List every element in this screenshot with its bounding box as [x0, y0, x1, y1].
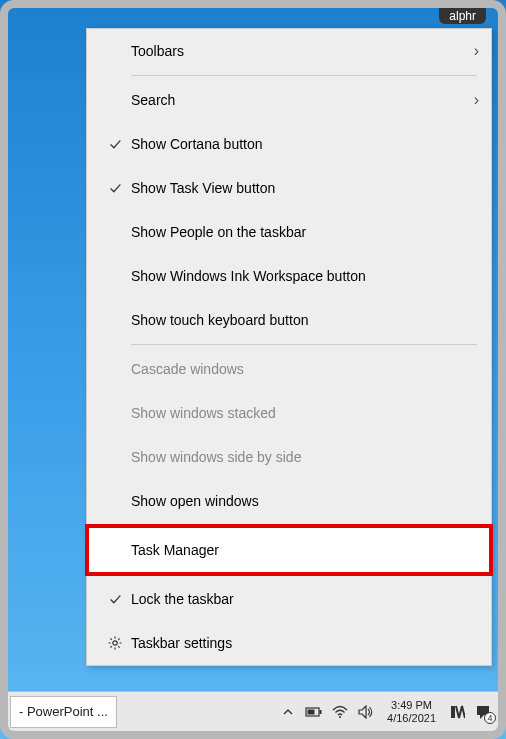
clock-date: 4/16/2021: [387, 712, 436, 725]
clock-time: 3:49 PM: [387, 699, 436, 712]
check-icon: [99, 138, 131, 151]
menu-side-by-side: Show windows side by side: [87, 435, 491, 479]
watermark: alphr: [439, 8, 486, 24]
menu-toolbars[interactable]: Toolbars ›: [87, 29, 491, 73]
menu-search[interactable]: Search ›: [87, 78, 491, 122]
menu-show-people[interactable]: Show People on the taskbar: [87, 210, 491, 254]
chevron-right-icon: ›: [459, 42, 479, 60]
taskbar-context-menu: Toolbars › Search › Show Cortana button …: [86, 28, 492, 666]
menu-label: Show Windows Ink Workspace button: [131, 268, 479, 284]
menu-label: Toolbars: [131, 43, 459, 59]
menu-show-task-view[interactable]: Show Task View button: [87, 166, 491, 210]
separator: [131, 574, 477, 575]
menu-label: Show open windows: [131, 493, 479, 509]
menu-show-cortana[interactable]: Show Cortana button: [87, 122, 491, 166]
menu-label: Show People on the taskbar: [131, 224, 479, 240]
app-label: - PowerPoint ...: [19, 704, 108, 719]
menu-label: Show windows stacked: [131, 405, 479, 421]
menu-taskbar-settings[interactable]: Taskbar settings: [87, 621, 491, 665]
menu-label: Show touch keyboard button: [131, 312, 479, 328]
chevron-right-icon: ›: [459, 91, 479, 109]
menu-stacked: Show windows stacked: [87, 391, 491, 435]
menu-task-manager[interactable]: Task Manager: [87, 528, 491, 572]
menu-show-touch-keyboard[interactable]: Show touch keyboard button: [87, 298, 491, 342]
menu-cascade: Cascade windows: [87, 347, 491, 391]
menu-label: Show windows side by side: [131, 449, 479, 465]
battery-icon[interactable]: [305, 703, 323, 721]
menu-label: Lock the taskbar: [131, 591, 479, 607]
menu-label: Show Cortana button: [131, 136, 479, 152]
menu-label: Taskbar settings: [131, 635, 479, 651]
menu-lock-taskbar[interactable]: Lock the taskbar: [87, 577, 491, 621]
menu-open-windows[interactable]: Show open windows: [87, 479, 491, 523]
taskbar: - PowerPoint ... 3:49 PM 4/16/2021 4: [8, 691, 498, 731]
svg-point-0: [113, 641, 117, 645]
taskbar-app-powerpoint[interactable]: - PowerPoint ...: [10, 696, 117, 728]
gear-icon: [99, 635, 131, 651]
svg-rect-5: [451, 706, 455, 718]
separator: [131, 344, 477, 345]
input-indicator-icon[interactable]: [448, 703, 466, 721]
menu-label: Task Manager: [131, 542, 479, 558]
svg-rect-3: [308, 709, 315, 714]
tray-overflow-icon[interactable]: [279, 703, 297, 721]
check-icon: [99, 593, 131, 606]
system-tray: 3:49 PM 4/16/2021 4: [279, 699, 498, 725]
menu-label: Search: [131, 92, 459, 108]
speaker-icon[interactable]: [357, 703, 375, 721]
taskbar-clock[interactable]: 3:49 PM 4/16/2021: [383, 699, 440, 725]
notification-badge: 4: [484, 712, 496, 724]
separator: [131, 75, 477, 76]
menu-label: Cascade windows: [131, 361, 479, 377]
svg-point-4: [339, 716, 341, 718]
svg-rect-2: [320, 710, 322, 714]
wifi-icon[interactable]: [331, 703, 349, 721]
action-center-icon[interactable]: 4: [474, 703, 492, 721]
separator: [131, 525, 477, 526]
menu-show-ink[interactable]: Show Windows Ink Workspace button: [87, 254, 491, 298]
menu-label: Show Task View button: [131, 180, 479, 196]
check-icon: [99, 182, 131, 195]
